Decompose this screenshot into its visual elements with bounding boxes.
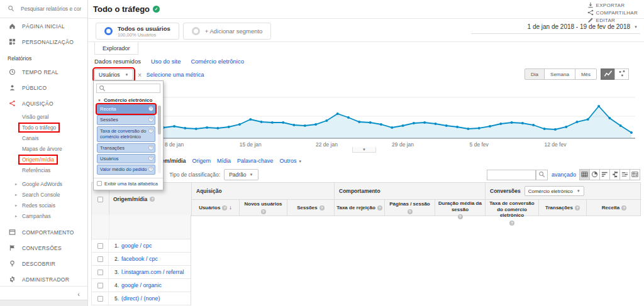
help-icon[interactable]: ? <box>261 209 266 214</box>
granularity-mes[interactable]: Mês <box>575 68 597 80</box>
table-search-button[interactable] <box>536 170 548 180</box>
sidebar-item-administrador[interactable]: ADMINISTRADOR <box>0 271 87 287</box>
help-icon[interactable]: ? <box>408 209 413 214</box>
line-chart-button[interactable] <box>601 68 615 80</box>
add-segment-button[interactable]: + Adicionar segmento <box>183 23 272 40</box>
sidebar-item-redes-sociais[interactable]: ▸Redes sociais <box>0 200 87 210</box>
checkbox-icon[interactable] <box>97 181 102 186</box>
metric-option-receita[interactable]: Receita? <box>97 104 155 114</box>
metric-group-header[interactable]: ▼ Comércio eletrônico <box>94 96 163 104</box>
checkbox-icon[interactable] <box>97 256 103 262</box>
sidebar-item-mapas-de-arvore[interactable]: Mapas de árvore <box>0 143 87 154</box>
compartilhar-button[interactable]: COMPARTILHAR <box>587 9 638 17</box>
help-icon[interactable]: ? <box>458 214 463 219</box>
sidebar-item-descobrir[interactable]: DESCOBRIR <box>0 256 87 271</box>
sidebar-collapse-button[interactable]: ‹ <box>77 290 80 298</box>
exportar-button[interactable]: EXPORTAR <box>587 2 638 9</box>
metric-option-transacoes[interactable]: Transações? <box>97 143 155 153</box>
checkbox-icon[interactable] <box>97 296 103 302</box>
metric-dropdown-search[interactable] <box>96 84 160 93</box>
column-header-usuarios[interactable]: Usuários?↓ <box>191 199 239 216</box>
sidebar-item-publico[interactable]: PÚBLICO <box>0 80 87 96</box>
performance-view-button[interactable] <box>599 169 610 180</box>
dropdown-scrollbar[interactable] <box>158 106 161 173</box>
metric-option-usuarios[interactable]: Usuários? <box>97 154 155 163</box>
column-header-novos-usuarios[interactable]: Novos usuários? <box>239 199 287 216</box>
source-medium-link[interactable]: google / cpc <box>121 243 152 249</box>
dimension-option-midia[interactable]: Mídia <box>217 158 231 164</box>
dimension-option-palavra-chave[interactable]: Palavra-chave <box>237 158 274 164</box>
sidebar-item-origem-midia[interactable]: Origem/mídia <box>0 154 87 165</box>
date-range-picker[interactable]: 1 de jan de 2018 - 19 de fev de 2018 ▼ <box>471 21 640 34</box>
term-cloud-view-button[interactable] <box>619 169 630 180</box>
sidebar-item-search-console[interactable]: ▸Search Console <box>0 189 87 200</box>
metric-selector-button[interactable]: Usuários ▼ <box>94 69 133 80</box>
sidebar-item-canais[interactable]: Canais <box>0 133 87 143</box>
help-icon[interactable]: ? <box>148 128 153 133</box>
tab-explorer[interactable]: Explorador <box>94 42 138 55</box>
source-medium-link[interactable]: facebook / cpc <box>121 256 158 262</box>
help-icon[interactable]: ? <box>148 156 153 161</box>
alphabetical-list-toggle[interactable]: Exibir uma lista alfabética <box>94 178 163 189</box>
source-medium-link[interactable]: google / organic <box>121 282 162 288</box>
metric-option-sessoes[interactable]: Sessões? <box>97 115 155 124</box>
help-icon[interactable]: ? <box>150 197 155 202</box>
help-icon[interactable]: ? <box>319 205 325 210</box>
help-icon[interactable]: ? <box>575 205 580 210</box>
sidebar-item-campanhas[interactable]: ▸Campanhas <box>0 210 87 221</box>
source-medium-link[interactable]: l.instagram.com / referral <box>121 269 184 275</box>
subtab-uso-do-site[interactable]: Uso do site <box>151 58 181 65</box>
help-icon[interactable]: ? <box>148 106 153 111</box>
dimension-option-origem[interactable]: Origem <box>192 158 211 164</box>
checkbox-icon[interactable] <box>97 283 103 288</box>
dimension-option-outros[interactable]: Outros ▼ <box>280 158 302 164</box>
chart-collapse-tab[interactable]: ▼ <box>352 147 376 153</box>
sidebar-item-personalizacao[interactable]: PERSONALIZAÇÃO <box>0 34 87 50</box>
sidebar-search[interactable] <box>0 0 87 18</box>
column-header-receita[interactable]: Receita? <box>586 199 641 216</box>
subtab-comercio-eletronico[interactable]: Comércio eletrônico <box>191 58 243 65</box>
conversions-type-select[interactable]: Comércio eletrônico▼ <box>525 186 584 196</box>
granularity-dia[interactable]: Dia <box>525 68 545 80</box>
column-header-transacoes[interactable]: Transações? <box>538 199 586 216</box>
sidebar-item-aquisicao[interactable]: AQUISIÇÃO <box>0 96 87 111</box>
table-search-input[interactable] <box>487 170 536 180</box>
column-header-paginas-sessao[interactable]: Páginas / sessão? <box>384 199 435 216</box>
column-header-taxa-de-rejeicao[interactable]: Taxa de rejeição? <box>334 199 384 216</box>
column-header-sessoes[interactable]: Sessões? <box>287 199 334 216</box>
sidebar-item-todo-o-trafego[interactable]: Todo o tráfego <box>0 122 87 133</box>
subtab-dados-resumidos[interactable]: Dados resumidos <box>94 58 141 65</box>
sidebar-item-referencias[interactable]: Referências <box>0 165 87 175</box>
sidebar-item-visao-geral[interactable]: Visão geral <box>0 111 87 122</box>
help-icon[interactable]: ? <box>377 205 382 210</box>
sidebar-item-tempo-real[interactable]: TEMPO REAL <box>0 64 87 80</box>
percentage-view-button[interactable] <box>589 169 600 180</box>
table-view-button[interactable] <box>579 169 590 180</box>
sort-type-button[interactable]: Padrão ▼ <box>224 169 258 180</box>
sidebar-search-input[interactable] <box>19 5 82 13</box>
column-header-duracao-media-da-sessao[interactable]: Duração média da sessão? <box>435 199 485 216</box>
help-icon[interactable]: ? <box>509 221 514 226</box>
checkbox-icon[interactable] <box>97 197 103 202</box>
help-icon[interactable]: ? <box>148 167 153 172</box>
advanced-search-link[interactable]: avançado <box>552 172 576 178</box>
sidebar-item-google-adwords[interactable]: ▸Google AdWords <box>0 178 87 189</box>
metric-option-taxa-de-conversao-do-comercio-eletronico[interactable]: Taxa de conversão do comércio eletrônico… <box>97 126 155 142</box>
help-icon[interactable]: ? <box>222 205 227 210</box>
sidebar-item-conversoes[interactable]: CONVERSÕES <box>0 240 87 256</box>
comparison-view-button[interactable] <box>609 169 620 180</box>
sidebar-item-comportamento[interactable]: COMPORTAMENTO <box>0 224 87 240</box>
metric-option-valor-medio-do-pedido[interactable]: Valor médio do pedido? <box>97 165 155 174</box>
column-header-taxa-de-conversao-do-comercio-eletronico[interactable]: Taxa de conversão do comércio eletrônico… <box>485 199 538 216</box>
select-metric-link[interactable]: Selecione uma métrica <box>147 72 204 78</box>
help-icon[interactable]: ? <box>621 205 626 210</box>
source-medium-link[interactable]: (direct) / (none) <box>121 295 160 302</box>
pivot-view-button[interactable] <box>630 169 640 180</box>
granularity-semana[interactable]: Semana <box>544 68 575 80</box>
help-icon[interactable]: ? <box>148 117 153 122</box>
help-icon[interactable]: ? <box>148 145 153 150</box>
sidebar-item-pagina-inicial[interactable]: PÁGINA INICIAL <box>0 18 87 34</box>
motion-chart-button[interactable] <box>614 68 629 80</box>
checkbox-icon[interactable] <box>97 243 103 249</box>
metric-dropdown-search-input[interactable] <box>108 85 158 92</box>
